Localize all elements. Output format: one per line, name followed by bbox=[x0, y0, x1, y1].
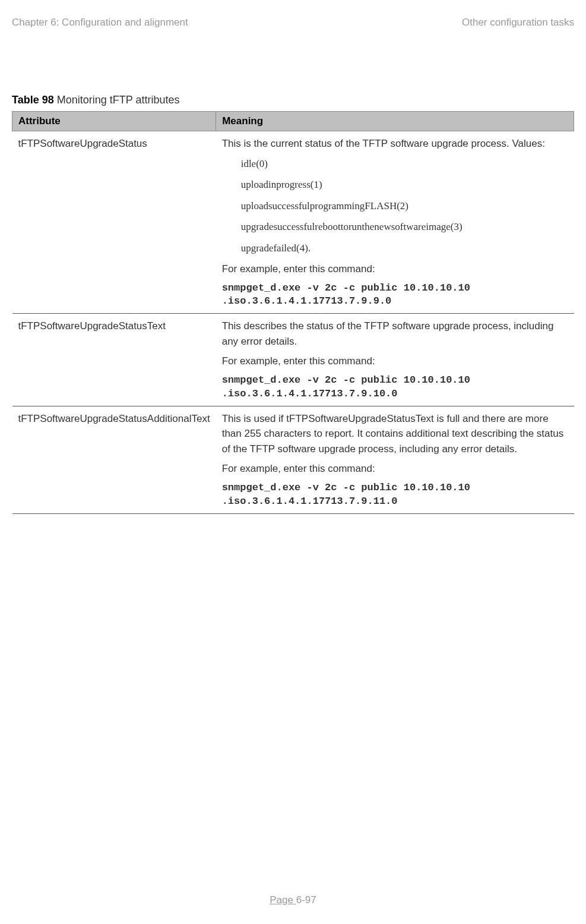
column-header-attribute: Attribute bbox=[12, 112, 216, 131]
intro-text: This is the current status of the TFTP s… bbox=[222, 136, 568, 152]
column-header-meaning: Meaning bbox=[216, 112, 574, 131]
header-right: Other configuration tasks bbox=[462, 17, 574, 29]
attribute-cell: tFTPSoftwareUpgradeStatusAdditionalText bbox=[12, 406, 216, 513]
page-header: Chapter 6: Configuration and alignment O… bbox=[12, 17, 574, 29]
value-item: idle(0) bbox=[222, 156, 568, 172]
page-footer: Page 6-97 bbox=[0, 894, 586, 906]
value-item: uploadsuccessfulprogrammingFLASH(2) bbox=[222, 198, 568, 214]
attributes-table: Attribute Meaning tFTPSoftwareUpgradeSta… bbox=[12, 111, 574, 514]
meaning-cell: This describes the status of the TFTP so… bbox=[216, 314, 574, 406]
example-label: For example, enter this command: bbox=[222, 354, 568, 369]
table-header-row: Attribute Meaning bbox=[12, 112, 574, 131]
table-row: tFTPSoftwareUpgradeStatus This is the cu… bbox=[12, 131, 574, 314]
example-label: For example, enter this command: bbox=[222, 461, 568, 477]
table-caption: Table 98 Monitoring tFTP attributes bbox=[12, 94, 574, 106]
header-left: Chapter 6: Configuration and alignment bbox=[12, 17, 188, 29]
attribute-cell: tFTPSoftwareUpgradeStatusText bbox=[12, 314, 216, 406]
command-text: snmpget_d.exe -v 2c -c public 10.10.10.1… bbox=[222, 282, 568, 309]
description-text: This is used if tFTPSoftwareUpgradeStatu… bbox=[222, 411, 568, 457]
command-text: snmpget_d.exe -v 2c -c public 10.10.10.1… bbox=[222, 481, 568, 509]
footer-page-number: 6-97 bbox=[296, 894, 316, 906]
footer-page-label: Page bbox=[270, 894, 296, 906]
table-row: tFTPSoftwareUpgradeStatusText This descr… bbox=[12, 314, 574, 406]
example-label: For example, enter this command: bbox=[222, 261, 568, 277]
meaning-cell: This is the current status of the TFTP s… bbox=[216, 131, 574, 314]
command-text: snmpget_d.exe -v 2c -c public 10.10.10.1… bbox=[222, 374, 568, 401]
meaning-cell: This is used if tFTPSoftwareUpgradeStatu… bbox=[216, 406, 574, 513]
table-number: Table 98 bbox=[12, 94, 54, 106]
table-row: tFTPSoftwareUpgradeStatusAdditionalText … bbox=[12, 406, 574, 513]
value-item: upgradefailed(4). bbox=[222, 241, 568, 256]
description-text: This describes the status of the TFTP so… bbox=[222, 318, 568, 349]
value-item: uploadinprogress(1) bbox=[222, 177, 568, 193]
table-title: Monitoring tFTP attributes bbox=[54, 94, 180, 106]
attribute-cell: tFTPSoftwareUpgradeStatus bbox=[12, 131, 216, 314]
value-item: upgradesuccessfulreboottorunthenewsoftwa… bbox=[222, 219, 568, 235]
